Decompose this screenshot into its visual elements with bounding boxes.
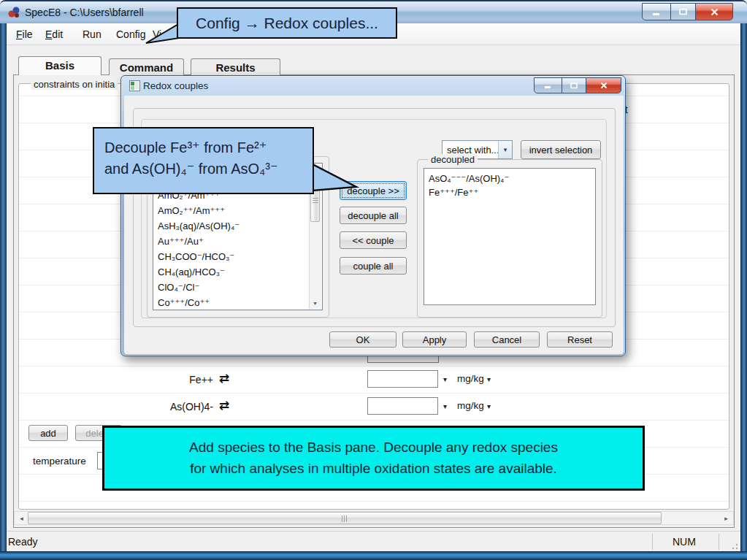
species-value-input[interactable] (367, 397, 438, 415)
combo-dropdown-arrow[interactable]: ▾ (498, 141, 512, 158)
resize-grip-icon[interactable] (729, 541, 738, 550)
dialog-close-button[interactable] (586, 77, 621, 93)
scrollbar-grip (313, 196, 318, 203)
app-icon (7, 6, 20, 22)
species-label: As(OH)4- (111, 401, 213, 413)
status-separator (652, 534, 653, 550)
reset-button[interactable]: Reset (547, 331, 613, 348)
unit-dropdown-arrow[interactable]: ▾ (487, 402, 491, 410)
dialog-maximize-button[interactable] (562, 77, 586, 93)
tab-command[interactable]: Command (109, 58, 184, 75)
scrollbar-down-button[interactable]: ▾ (310, 298, 321, 309)
horizontal-scrollbar[interactable]: ◂ ▸ (14, 511, 734, 525)
close-button[interactable] (695, 3, 733, 20)
unit-dropdown-arrow[interactable]: ▾ (487, 375, 491, 383)
decoupled-list-item[interactable]: Fe⁺⁺⁺/Fe⁺⁺ (429, 185, 595, 199)
ok-button[interactable]: OK (329, 331, 397, 348)
value-dropdown-arrow[interactable]: ▾ (443, 375, 447, 383)
maximize-button[interactable] (670, 3, 696, 20)
callout-config-menu: Config → Redox couples... (177, 7, 397, 39)
species-value-input[interactable] (367, 370, 438, 388)
redox-couples-dialog: Redox couples select with... ▾ invert se… (120, 75, 626, 356)
callout-add-species: Add species to the Basis pane. Decouple … (102, 426, 645, 491)
callout-line: Add species to the Basis pane. Decouple … (189, 437, 558, 459)
app-window: SpecE8 - C:\Users\bfarrell File Edit Run… (0, 0, 747, 560)
swap-redox-icon[interactable]: ⇄ (219, 371, 229, 386)
hscroll-grip (342, 515, 348, 522)
hscroll-left-button[interactable]: ◂ (15, 512, 28, 524)
add-button[interactable]: add (28, 425, 68, 441)
swap-redox-icon[interactable]: ⇄ (219, 398, 229, 413)
cancel-button[interactable]: Cancel (474, 331, 540, 348)
value-dropdown-arrow[interactable]: ▾ (443, 402, 447, 410)
couple-list-item[interactable]: CH₄(aq)/HCO₃⁻ (158, 264, 322, 280)
hscroll-right-button[interactable]: ▸ (720, 512, 732, 524)
callout-line: for which analyses in multiple oxidation… (190, 459, 557, 480)
decoupled-listbox[interactable]: AsO₄⁻⁻⁻/As(OH)₄⁻Fe⁺⁺⁺/Fe⁺⁺ (424, 168, 596, 305)
window-frame-right (740, 20, 747, 560)
species-label: Fe++ (111, 374, 213, 386)
decoupled-list-item[interactable]: AsO₄⁻⁻⁻/As(OH)₄⁻ (429, 172, 595, 185)
tab-basis[interactable]: Basis (18, 56, 101, 75)
dialog-icon (129, 80, 140, 94)
status-separator (719, 534, 719, 550)
callout-decouple-instructions: Decouple Fe³⁺ from Fe²⁺ and As(OH)₄⁻ fro… (93, 127, 314, 194)
callout-line: Decouple Fe³⁺ from Fe²⁺ (104, 137, 313, 158)
unit-label: mg/kg (457, 400, 484, 411)
status-num-indicator: NUM (673, 536, 696, 548)
window-title: SpecE8 - C:\Users\bfarrell (25, 7, 144, 18)
menu-item-run[interactable]: Run (80, 27, 104, 42)
temperature-label: temperature (33, 456, 86, 467)
dialog-minimize-button[interactable] (534, 77, 562, 93)
callout-line: and As(OH)₄⁻ from AsO₄³⁻ (104, 158, 313, 180)
unit-label: mg/kg (457, 373, 484, 384)
invert-selection-button[interactable]: invert selection (521, 140, 601, 159)
dialog-title-bar[interactable]: Redox couples (121, 76, 625, 96)
window-frame-left (0, 20, 7, 560)
minimize-button[interactable] (642, 3, 671, 20)
menu-item-file[interactable]: File (13, 27, 36, 42)
status-bar: Ready NUM (7, 531, 740, 552)
status-ready: Ready (8, 536, 37, 548)
hscroll-thumb[interactable] (28, 512, 662, 524)
dialog-title: Redox couples (143, 80, 208, 91)
couple-list-item[interactable]: AsH₃(aq)/As(OH)₄⁻ (158, 218, 322, 234)
constraints-group-label: constraints on initia (31, 79, 118, 90)
window-frame-bottom (0, 551, 747, 560)
menu-item-edit[interactable]: Edit (42, 27, 66, 42)
couple-button[interactable]: << couple (340, 231, 407, 249)
couple-list-item[interactable]: Au⁺⁺⁺/Au⁺ (158, 234, 322, 249)
decouple-callout-pointer (310, 157, 362, 193)
couple-all-button[interactable]: couple all (340, 257, 407, 275)
couple-list-item[interactable]: Co⁺⁺⁺/Co⁺⁺ (158, 295, 322, 310)
tab-results[interactable]: Results (191, 58, 280, 75)
apply-button[interactable]: Apply (402, 331, 467, 348)
decoupled-group-label: decoupled (428, 154, 478, 165)
couple-list-item[interactable]: ClO₄⁻/Cl⁻ (158, 280, 322, 295)
couple-list-item[interactable]: AmO₂⁺⁺/Am⁺⁺⁺ (158, 203, 322, 218)
decouple-all-button[interactable]: decouple all (340, 207, 407, 224)
couple-list-item[interactable]: CH₃COO⁻/HCO₃⁻ (158, 249, 322, 264)
